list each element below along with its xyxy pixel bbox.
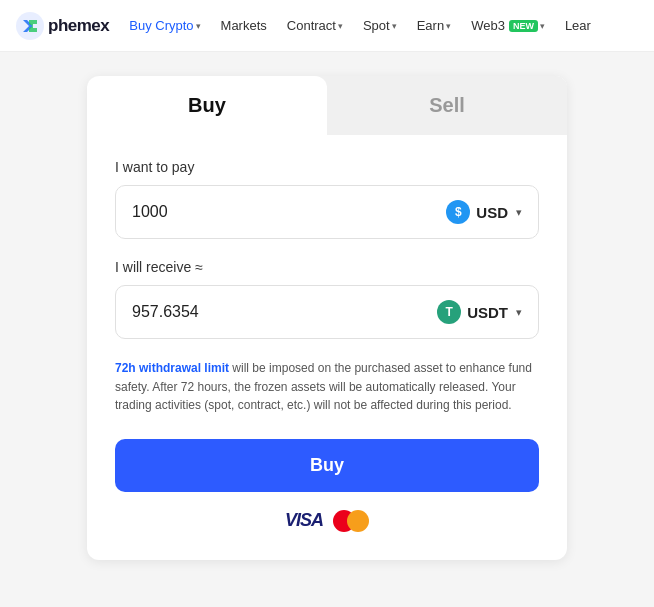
payment-icons: VISA: [115, 510, 539, 532]
nav-buy-crypto-label: Buy Crypto: [129, 18, 193, 33]
nav-web3-chevron: ▾: [540, 21, 545, 31]
nav-earn-label: Earn: [417, 18, 444, 33]
usd-icon: $: [446, 200, 470, 224]
receive-currency-select[interactable]: T USDT ▾: [437, 300, 522, 324]
buy-sell-card: Buy Sell I want to pay $ USD: [87, 76, 567, 560]
pay-group: I want to pay $ USD ▾: [115, 159, 539, 239]
navbar: phemex Buy Crypto ▾ Markets Contract ▾ S…: [0, 0, 654, 52]
nav-buy-crypto[interactable]: Buy Crypto ▾: [121, 12, 208, 39]
pay-input-wrapper: $ USD ▾: [115, 185, 539, 239]
nav-web3-label: Web3: [471, 18, 505, 33]
nav-learn-label: Lear: [565, 18, 591, 33]
receive-label: I will receive ≈: [115, 259, 539, 275]
main-content: Buy Sell I want to pay $ USD: [0, 52, 654, 584]
nav-contract[interactable]: Contract ▾: [279, 12, 351, 39]
nav-buy-crypto-chevron: ▾: [196, 21, 201, 31]
phemex-logo-icon: [16, 12, 44, 40]
nav-markets-label: Markets: [221, 18, 267, 33]
logo-text: phemex: [48, 16, 109, 36]
receive-group: I will receive ≈ T USDT ▾: [115, 259, 539, 339]
pay-label: I want to pay: [115, 159, 539, 175]
pay-amount-input[interactable]: [132, 203, 446, 221]
nav-web3[interactable]: Web3 NEW ▾: [463, 12, 553, 39]
nav-earn-chevron: ▾: [446, 21, 451, 31]
pay-currency-select[interactable]: $ USD ▾: [446, 200, 522, 224]
receive-currency-chevron: ▾: [516, 306, 522, 319]
mc-orange-circle: [347, 510, 369, 532]
withdrawal-notice: 72h withdrawal limit will be imposed on …: [115, 359, 539, 415]
nav-learn[interactable]: Lear: [557, 12, 599, 39]
nav-web3-badge: NEW: [509, 20, 538, 32]
receive-currency-label: USDT: [467, 304, 508, 321]
tab-buy[interactable]: Buy: [87, 76, 327, 135]
mastercard-logo: [333, 510, 369, 532]
receive-input-wrapper: T USDT ▾: [115, 285, 539, 339]
receive-amount-input[interactable]: [132, 303, 437, 321]
logo[interactable]: phemex: [16, 12, 109, 40]
tab-sell[interactable]: Sell: [327, 76, 567, 135]
visa-logo: VISA: [285, 510, 323, 531]
notice-bold: 72h withdrawal limit: [115, 361, 229, 375]
nav-contract-chevron: ▾: [338, 21, 343, 31]
pay-currency-chevron: ▾: [516, 206, 522, 219]
buy-button[interactable]: Buy: [115, 439, 539, 492]
card-body: I want to pay $ USD ▾ I will receiv: [87, 135, 567, 560]
nav-markets[interactable]: Markets: [213, 12, 275, 39]
usdt-icon: T: [437, 300, 461, 324]
tab-bar: Buy Sell: [87, 76, 567, 135]
pay-currency-label: USD: [476, 204, 508, 221]
nav-contract-label: Contract: [287, 18, 336, 33]
nav-spot[interactable]: Spot ▾: [355, 12, 405, 39]
nav-earn[interactable]: Earn ▾: [409, 12, 459, 39]
nav-spot-label: Spot: [363, 18, 390, 33]
nav-spot-chevron: ▾: [392, 21, 397, 31]
